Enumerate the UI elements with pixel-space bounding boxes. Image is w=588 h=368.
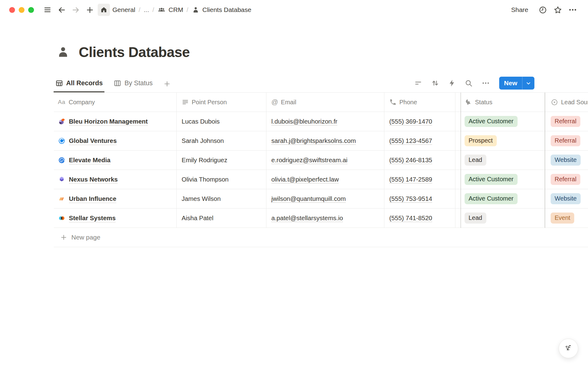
point-person-cell[interactable]: Lucas Dubois xyxy=(177,112,266,131)
email-cell[interactable]: e.rodriguez@swiftstream.ai xyxy=(266,151,384,170)
tab-by-status[interactable]: By Status xyxy=(112,75,154,92)
column-header-status[interactable]: Status xyxy=(455,93,545,112)
company-cell[interactable]: Urban Influence xyxy=(54,189,177,208)
phone-link[interactable]: (555) 147-2589 xyxy=(389,176,432,183)
phone-link[interactable]: (555) 246-8135 xyxy=(389,156,432,164)
status-cell[interactable]: Active Customer xyxy=(455,189,545,208)
breadcrumb-ellipsis[interactable]: ... xyxy=(144,6,149,13)
lead-source-cell[interactable]: Referral xyxy=(545,131,588,150)
share-button[interactable]: Share xyxy=(508,4,531,15)
new-tab-button[interactable] xyxy=(84,4,96,16)
automations-button[interactable] xyxy=(448,79,456,87)
company-page-link[interactable]: Nexus Networks xyxy=(69,176,118,183)
lead-source-cell[interactable]: Website xyxy=(545,151,588,170)
slashes-logo xyxy=(58,195,66,203)
notion-ai-button[interactable] xyxy=(559,339,578,358)
people-icon xyxy=(157,6,166,14)
new-record-button[interactable]: New xyxy=(499,77,534,90)
company-cell[interactable]: Nexus Networks xyxy=(54,170,177,189)
add-view-button[interactable] xyxy=(162,75,172,92)
close-window-button[interactable] xyxy=(9,7,15,13)
clock-icon xyxy=(538,6,547,14)
orb-logo xyxy=(58,137,66,145)
phone-cell[interactable]: (555) 369-1470 xyxy=(384,112,455,131)
point-person-cell[interactable]: Emily Rodriguez xyxy=(177,151,266,170)
company-cell[interactable]: Bleu Horizon Management xyxy=(54,112,177,131)
phone-cell[interactable]: (555) 147-2589 xyxy=(384,170,455,189)
company-page-link[interactable]: Elevate Media xyxy=(69,156,111,164)
company-cell[interactable]: Stellar Systems xyxy=(54,209,177,228)
table-view-icon xyxy=(55,79,63,87)
breadcrumb-crm[interactable]: CRM xyxy=(157,6,183,14)
table-row: Nexus NetworksOlivia Thompsonolivia.t@pi… xyxy=(54,170,588,189)
phone-cell[interactable]: (555) 753-9514 xyxy=(384,189,455,208)
minimize-window-button[interactable] xyxy=(19,7,24,13)
email-link[interactable]: e.rodriguez@swiftstream.ai xyxy=(271,156,348,164)
company-cell[interactable]: Global Ventures xyxy=(54,131,177,150)
breadcrumb: General / ... / CRM / Clients Database xyxy=(112,6,251,14)
email-cell[interactable]: jwilson@quantumquill.com xyxy=(266,189,384,208)
phone-link[interactable]: (555) 123-4567 xyxy=(389,137,432,144)
phone-cell[interactable]: (555) 741-8520 xyxy=(384,209,455,228)
company-page-link[interactable]: Global Ventures xyxy=(69,137,117,144)
point-person-cell[interactable]: Olivia Thompson xyxy=(177,170,266,189)
phone-cell[interactable]: (555) 123-4567 xyxy=(384,131,455,150)
history-button[interactable] xyxy=(537,4,549,16)
arrow-right-icon xyxy=(72,6,80,14)
back-button[interactable] xyxy=(55,4,68,16)
view-bar: All Records By Status xyxy=(54,75,588,93)
status-cell[interactable]: Active Customer xyxy=(455,170,545,189)
column-divider-status-right[interactable] xyxy=(545,93,545,228)
search-button[interactable] xyxy=(465,79,473,87)
status-cell[interactable]: Prospect xyxy=(455,131,545,150)
phone-cell[interactable]: (555) 246-8135 xyxy=(384,151,455,170)
zoom-window-button[interactable] xyxy=(28,7,34,13)
lead-source-cell[interactable]: Referral xyxy=(545,170,588,189)
lead-source-cell[interactable]: Referral xyxy=(545,112,588,131)
email-cell[interactable]: l.dubois@bleuhorizon.fr xyxy=(266,112,384,131)
home-button[interactable] xyxy=(98,4,110,16)
sidebar-menu-button[interactable] xyxy=(41,4,54,16)
company-page-link[interactable]: Stellar Systems xyxy=(69,214,116,222)
column-divider-status-left[interactable] xyxy=(461,93,461,228)
point-person-cell[interactable]: James Wilson xyxy=(177,189,266,208)
chevron-down-icon[interactable] xyxy=(522,77,534,90)
column-header-phone[interactable]: Phone xyxy=(384,93,455,112)
more-options-button[interactable] xyxy=(567,4,579,16)
column-header-company[interactable]: AaCompany xyxy=(54,93,177,112)
company-page-link[interactable]: Bleu Horizon Management xyxy=(69,118,148,125)
phone-link[interactable]: (555) 741-8520 xyxy=(389,214,432,222)
filter-button[interactable] xyxy=(414,79,422,87)
column-header-email[interactable]: @Email xyxy=(266,93,384,112)
email-link[interactable]: olivia.t@pixelperfect.law xyxy=(271,176,339,183)
company-cell[interactable]: Elevate Media xyxy=(54,151,177,170)
lead-source-cell[interactable]: Event xyxy=(545,209,588,228)
point-person-cell[interactable]: Aisha Patel xyxy=(177,209,266,228)
point-person-cell[interactable]: Sarah Johnson xyxy=(177,131,266,150)
tab-all-records[interactable]: All Records xyxy=(54,75,104,92)
forward-button[interactable] xyxy=(70,4,82,16)
status-cell[interactable]: Lead xyxy=(455,151,545,170)
status-cell[interactable]: Lead xyxy=(455,209,545,228)
sort-button[interactable] xyxy=(431,79,439,87)
company-page-link[interactable]: Urban Influence xyxy=(69,195,116,202)
email-link[interactable]: sarah.j@brightsparksolns.com xyxy=(271,137,356,144)
phone-link[interactable]: (555) 753-9514 xyxy=(389,195,432,202)
column-header-lead-source[interactable]: Lead Source xyxy=(545,93,588,112)
breadcrumb-general[interactable]: General xyxy=(112,6,135,13)
favorite-button[interactable] xyxy=(552,4,564,16)
person-icon[interactable] xyxy=(56,45,70,59)
phone-link[interactable]: (555) 369-1470 xyxy=(389,118,432,125)
breadcrumb-current-page[interactable]: Clients Database xyxy=(192,6,251,14)
email-cell[interactable]: olivia.t@pixelperfect.law xyxy=(266,170,384,189)
lead-source-cell[interactable]: Website xyxy=(545,189,588,208)
email-link[interactable]: l.dubois@bleuhorizon.fr xyxy=(271,118,337,125)
column-header-point-person[interactable]: Point Person xyxy=(177,93,266,112)
email-cell[interactable]: sarah.j@brightsparksolns.com xyxy=(266,131,384,150)
view-options-button[interactable] xyxy=(481,79,490,87)
new-page-row[interactable]: New page xyxy=(54,228,588,247)
email-link[interactable]: jwilson@quantumquill.com xyxy=(271,195,346,202)
status-cell[interactable]: Active Customer xyxy=(455,112,545,131)
email-link[interactable]: a.patel@stellarsystems.io xyxy=(271,214,343,222)
email-cell[interactable]: a.patel@stellarsystems.io xyxy=(266,209,384,228)
